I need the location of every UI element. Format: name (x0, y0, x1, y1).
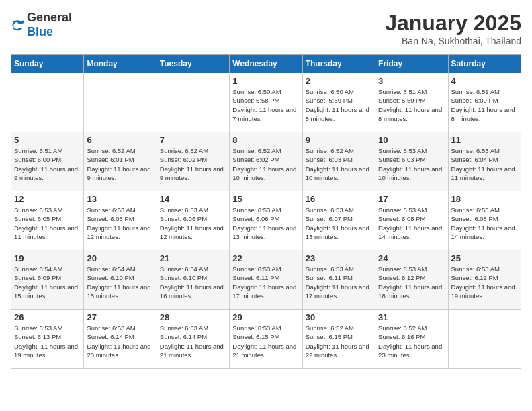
calendar-cell: 14Sunrise: 6:53 AMSunset: 6:06 PMDayligh… (157, 191, 229, 250)
day-info: Sunrise: 6:53 AMSunset: 6:14 PMDaylight:… (160, 324, 226, 359)
calendar-cell: 18Sunrise: 6:53 AMSunset: 6:08 PMDayligh… (448, 191, 521, 250)
calendar-cell: 22Sunrise: 6:53 AMSunset: 6:11 PMDayligh… (230, 250, 302, 310)
day-info: Sunrise: 6:51 AMSunset: 6:00 PMDaylight:… (451, 87, 518, 123)
day-info: Sunrise: 6:53 AMSunset: 6:06 PMDaylight:… (232, 205, 299, 241)
logo-general: General (27, 11, 72, 24)
calendar-cell: 21Sunrise: 6:54 AMSunset: 6:10 PMDayligh… (157, 250, 229, 310)
day-number: 27 (87, 312, 153, 322)
weekday-header-thursday: Thursday (302, 55, 375, 73)
weekday-header-saturday: Saturday (448, 55, 521, 73)
calendar-cell: 6Sunrise: 6:52 AMSunset: 6:01 PMDaylight… (84, 132, 157, 191)
logo-text: General Blue (27, 11, 72, 39)
day-number: 8 (232, 135, 299, 145)
day-number: 29 (232, 312, 299, 322)
day-number: 10 (378, 135, 445, 145)
day-info: Sunrise: 6:53 AMSunset: 6:11 PMDaylight:… (306, 265, 372, 300)
day-info: Sunrise: 6:53 AMSunset: 6:05 PMDaylight:… (14, 205, 81, 241)
day-info: Sunrise: 6:53 AMSunset: 6:07 PMDaylight:… (306, 205, 372, 241)
calendar-week-row: 5Sunrise: 6:51 AMSunset: 6:00 PMDaylight… (11, 132, 521, 191)
calendar-cell: 8Sunrise: 6:52 AMSunset: 6:02 PMDaylight… (230, 132, 302, 191)
day-number: 15 (232, 194, 299, 204)
day-number: 5 (14, 135, 81, 145)
day-number: 21 (160, 253, 226, 263)
day-number: 18 (451, 194, 518, 204)
calendar-cell: 27Sunrise: 6:53 AMSunset: 6:14 PMDayligh… (84, 310, 157, 369)
calendar-week-row: 12Sunrise: 6:53 AMSunset: 6:05 PMDayligh… (11, 191, 521, 250)
weekday-header-friday: Friday (375, 55, 448, 73)
day-info: Sunrise: 6:51 AMSunset: 6:00 PMDaylight:… (14, 146, 81, 182)
day-info: Sunrise: 6:53 AMSunset: 6:05 PMDaylight:… (87, 205, 153, 241)
page-header: General Blue January 2025 Ban Na, Sukhot… (11, 11, 521, 46)
day-number: 9 (306, 135, 372, 145)
day-info: Sunrise: 6:52 AMSunset: 6:01 PMDaylight:… (87, 146, 153, 182)
day-number: 4 (451, 76, 518, 86)
calendar-week-row: 1Sunrise: 6:50 AMSunset: 5:58 PMDaylight… (11, 73, 521, 132)
day-info: Sunrise: 6:53 AMSunset: 6:06 PMDaylight:… (160, 205, 226, 241)
location: Ban Na, Sukhothai, Thailand (385, 36, 521, 46)
calendar-cell (84, 73, 157, 132)
day-info: Sunrise: 6:53 AMSunset: 6:14 PMDaylight:… (87, 324, 153, 359)
calendar-cell: 30Sunrise: 6:52 AMSunset: 6:15 PMDayligh… (302, 310, 375, 369)
calendar-cell: 19Sunrise: 6:54 AMSunset: 6:09 PMDayligh… (11, 250, 84, 310)
calendar-cell (11, 73, 84, 132)
day-info: Sunrise: 6:53 AMSunset: 6:03 PMDaylight:… (378, 146, 445, 182)
calendar-cell: 31Sunrise: 6:52 AMSunset: 6:16 PMDayligh… (375, 310, 448, 369)
calendar-cell: 9Sunrise: 6:52 AMSunset: 6:03 PMDaylight… (302, 132, 375, 191)
day-info: Sunrise: 6:54 AMSunset: 6:10 PMDaylight:… (160, 265, 226, 300)
calendar-cell: 2Sunrise: 6:50 AMSunset: 5:59 PMDaylight… (302, 73, 375, 132)
day-info: Sunrise: 6:52 AMSunset: 6:02 PMDaylight:… (160, 146, 226, 182)
calendar-cell: 1Sunrise: 6:50 AMSunset: 5:58 PMDaylight… (230, 73, 302, 132)
day-number: 2 (306, 76, 372, 86)
logo-icon (11, 18, 24, 32)
day-info: Sunrise: 6:53 AMSunset: 6:04 PMDaylight:… (451, 146, 518, 182)
calendar-cell: 17Sunrise: 6:53 AMSunset: 6:08 PMDayligh… (375, 191, 448, 250)
calendar-cell: 24Sunrise: 6:53 AMSunset: 6:12 PMDayligh… (375, 250, 448, 310)
day-info: Sunrise: 6:54 AMSunset: 6:10 PMDaylight:… (87, 265, 153, 300)
day-info: Sunrise: 6:52 AMSunset: 6:16 PMDaylight:… (378, 324, 445, 359)
calendar-week-row: 26Sunrise: 6:53 AMSunset: 6:13 PMDayligh… (11, 310, 521, 369)
calendar-cell: 3Sunrise: 6:51 AMSunset: 5:59 PMDaylight… (375, 73, 448, 132)
weekday-header-row: SundayMondayTuesdayWednesdayThursdayFrid… (11, 55, 521, 73)
calendar-cell: 29Sunrise: 6:53 AMSunset: 6:15 PMDayligh… (230, 310, 302, 369)
calendar-cell: 7Sunrise: 6:52 AMSunset: 6:02 PMDaylight… (157, 132, 229, 191)
day-number: 1 (232, 76, 299, 86)
calendar-table: SundayMondayTuesdayWednesdayThursdayFrid… (11, 54, 521, 369)
day-info: Sunrise: 6:54 AMSunset: 6:09 PMDaylight:… (14, 265, 81, 300)
weekday-header-tuesday: Tuesday (157, 55, 229, 73)
day-number: 13 (87, 194, 153, 204)
day-number: 30 (306, 312, 372, 322)
weekday-header-wednesday: Wednesday (230, 55, 302, 73)
title-block: January 2025 Ban Na, Sukhothai, Thailand (385, 11, 521, 46)
day-info: Sunrise: 6:53 AMSunset: 6:15 PMDaylight:… (232, 324, 299, 359)
day-number: 17 (378, 194, 445, 204)
day-info: Sunrise: 6:51 AMSunset: 5:59 PMDaylight:… (378, 87, 445, 123)
calendar-cell: 10Sunrise: 6:53 AMSunset: 6:03 PMDayligh… (375, 132, 448, 191)
day-info: Sunrise: 6:53 AMSunset: 6:08 PMDaylight:… (378, 205, 445, 241)
calendar-cell: 16Sunrise: 6:53 AMSunset: 6:07 PMDayligh… (302, 191, 375, 250)
calendar-cell: 28Sunrise: 6:53 AMSunset: 6:14 PMDayligh… (157, 310, 229, 369)
day-info: Sunrise: 6:50 AMSunset: 5:59 PMDaylight:… (306, 87, 372, 123)
day-number: 3 (378, 76, 445, 86)
logo-blue: Blue (27, 25, 53, 38)
day-number: 28 (160, 312, 226, 322)
day-number: 24 (378, 253, 445, 263)
calendar-cell (157, 73, 229, 132)
calendar-cell: 23Sunrise: 6:53 AMSunset: 6:11 PMDayligh… (302, 250, 375, 310)
day-number: 7 (160, 135, 226, 145)
calendar-week-row: 19Sunrise: 6:54 AMSunset: 6:09 PMDayligh… (11, 250, 521, 310)
day-info: Sunrise: 6:53 AMSunset: 6:13 PMDaylight:… (14, 324, 81, 359)
month-title: January 2025 (385, 11, 521, 36)
day-info: Sunrise: 6:53 AMSunset: 6:12 PMDaylight:… (378, 265, 445, 300)
calendar-cell: 26Sunrise: 6:53 AMSunset: 6:13 PMDayligh… (11, 310, 84, 369)
day-info: Sunrise: 6:50 AMSunset: 5:58 PMDaylight:… (232, 87, 299, 123)
day-info: Sunrise: 6:53 AMSunset: 6:11 PMDaylight:… (232, 265, 299, 300)
calendar-cell: 11Sunrise: 6:53 AMSunset: 6:04 PMDayligh… (448, 132, 521, 191)
logo: General Blue (11, 11, 72, 39)
day-number: 22 (232, 253, 299, 263)
calendar-cell: 20Sunrise: 6:54 AMSunset: 6:10 PMDayligh… (84, 250, 157, 310)
day-info: Sunrise: 6:52 AMSunset: 6:15 PMDaylight:… (306, 324, 372, 359)
calendar-cell (448, 310, 521, 369)
weekday-header-monday: Monday (84, 55, 157, 73)
calendar-cell: 25Sunrise: 6:53 AMSunset: 6:12 PMDayligh… (448, 250, 521, 310)
day-number: 6 (87, 135, 153, 145)
